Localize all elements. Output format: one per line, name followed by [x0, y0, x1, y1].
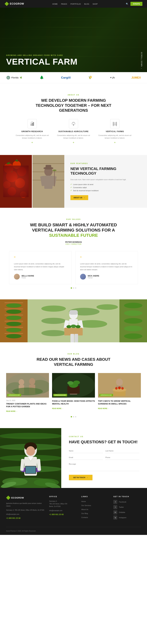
blog-read-more-1[interactable]: READ MORE → [6, 410, 17, 412]
donate-button[interactable]: DONATE [131, 2, 143, 6]
footer-logo-text: ECOGROW [11, 496, 24, 499]
footer-link-home[interactable]: Home [81, 500, 109, 503]
nav-links: HOME PAGES PORTFOLIO BLOG SHOP [52, 2, 98, 5]
phone-input[interactable] [105, 455, 139, 460]
blog-read-more-3[interactable]: READ MORE → [98, 408, 109, 410]
footer-links-col: LINKS Home Our Services About Us Our Blo… [81, 496, 109, 521]
vf-check-1: ✓ Lorem ipsum dolor sit amet [70, 183, 141, 185]
contact-section: CONTACT US HAVE QUESTIONS? GET IN TOUCH! [0, 428, 147, 488]
footer-link-blog[interactable]: Our Blog [81, 512, 109, 515]
footer: ECOGROW Ignissime Andrinus que blantilis… [0, 488, 147, 535]
blog-post-1: GREENHOUSE July 13, 2020 TRENDY CONTAINE… [6, 373, 49, 412]
email-input[interactable] [69, 455, 103, 460]
contact-row [69, 455, 139, 460]
blog-title: READ OUR NEWS AND CASES ABOUT VERTICAL F… [27, 357, 120, 367]
svg-rect-19 [33, 122, 34, 126]
svg-point-51 [52, 170, 56, 171]
footer-email: info@example.com [6, 513, 45, 516]
nav-home[interactable]: HOME [52, 3, 58, 5]
svg-rect-135 [25, 466, 36, 473]
footer-link-services[interactable]: Our Services [81, 504, 109, 507]
svg-rect-56 [4, 315, 23, 315]
feature-agriculture-plus[interactable]: + [55, 141, 92, 144]
footer-link-about[interactable]: About Us [81, 508, 109, 511]
brand-leaf: 🌾 [87, 76, 93, 80]
footer-office-title: OFFICE [49, 496, 77, 498]
blog-post-3: GREENHOUSE TOP 5 WAYS TO GROW VERTICAL G… [98, 373, 141, 412]
svg-point-88 [124, 326, 143, 331]
blog-post-2: GREENHOUSE FOOD & YOUR MOOD: HOW FOOD AF… [52, 373, 95, 412]
submit-label: GET IN TOUCH [73, 476, 85, 478]
blog-read-more-2[interactable]: READ MORE → [52, 408, 63, 410]
user-name-1: BELLA MARIE [22, 275, 34, 277]
user-role-1: Florist [22, 277, 34, 279]
footer-social-title: GET IN TOUCH [113, 496, 141, 498]
user-name-2: NICK ANDRE [88, 275, 99, 277]
blog-dots [6, 416, 141, 417]
instagram-icon: ig [113, 516, 117, 520]
footer-logo[interactable]: ECOGROW [6, 496, 45, 500]
social-facebook[interactable]: f Facebook [113, 500, 141, 504]
footer-phone: +1 800 601 25 68 [6, 517, 45, 519]
name-input[interactable] [69, 449, 103, 453]
svg-point-80 [76, 325, 81, 328]
arrow-right-icon: → [83, 197, 85, 198]
about-us-button[interactable]: ABOUT US → [70, 195, 88, 200]
message-input[interactable] [69, 462, 139, 471]
search-icon[interactable]: 🔍 [126, 3, 128, 5]
svg-text:🌲: 🌲 [39, 76, 44, 80]
vf-tech-section: OUR FEATURES NEW VERTICAL FARMING TECHNO… [0, 155, 147, 208]
scroll-arrow-icon: ↓ [141, 68, 143, 69]
navigation: ECOGROW HOME PAGES PORTFOLIO BLOG SHOP 🔍… [0, 0, 147, 8]
vfarms-icon-wrap [110, 119, 120, 128]
phone-field [105, 455, 139, 460]
blog-label: OUR BLOG [6, 353, 141, 355]
svg-point-105 [67, 381, 73, 385]
blog-image-3: GREENHOUSE [98, 373, 141, 398]
dot-2[interactable] [73, 288, 74, 289]
footer-hello-text: Ignissime Andrinus que blantilis prae se… [6, 502, 45, 507]
testimonial-dots [9, 288, 138, 289]
farm-banner [0, 299, 147, 342]
dot-1[interactable] [71, 288, 72, 289]
svg-rect-49 [46, 165, 51, 168]
svg-point-61 [6, 310, 21, 314]
blog-dot-1[interactable] [71, 416, 72, 417]
svg-point-36 [20, 191, 27, 198]
feature-vfarms: VERTICAL FARMS Consectetur adipiscing el… [97, 119, 133, 144]
svg-point-72 [41, 330, 66, 336]
social-instagram[interactable]: ig Instagram [113, 516, 141, 520]
blog-cat-3: GREENHOUSE [99, 394, 113, 396]
feature-growth: GROWTH RESEARCH Consectetur adipiscing e… [14, 119, 50, 144]
scroll-label: SCROLL DOWN [141, 52, 143, 67]
nav-portfolio[interactable]: PORTFOLIO [70, 3, 81, 5]
dot-3[interactable] [75, 288, 76, 289]
feature-growth-plus[interactable]: + [14, 141, 50, 144]
contact-form: GET IN TOUCH → [69, 449, 139, 480]
growth-icon [29, 120, 35, 127]
blog-dot-3[interactable] [75, 416, 76, 417]
logo[interactable]: ECOGROW [4, 2, 24, 6]
blog-post-title-1: TRENDY CONTAINER PLANTS AND IDEAS FOR A … [6, 402, 49, 408]
testimonials-grid: " Lorem ipsum dolor sit amet, consectetu… [9, 251, 138, 284]
vfarms-icon [112, 120, 118, 127]
values-title: WE BUILD SMART & HIGHLY AUTOMATED VERTIC… [27, 222, 120, 238]
brand-florida: FL Florida 🌿 [6, 76, 22, 80]
vf-desc: Duis aute irure. Nam enim ipsum voluptat… [70, 178, 141, 181]
feature-vfarms-plus[interactable]: + [97, 141, 133, 144]
submit-button[interactable]: GET IN TOUCH → [69, 475, 93, 480]
hero-title: VERTICAL FARM [6, 58, 77, 66]
growth-icon-wrap [27, 119, 37, 128]
vf-image-farmer [32, 155, 64, 208]
contact-label: CONTACT US [69, 436, 139, 438]
social-twitter[interactable]: t Twitter [113, 505, 141, 509]
lastname-field [105, 449, 139, 453]
nav-shop[interactable]: SHOP [93, 3, 98, 5]
instagram-label: Instagram [119, 517, 126, 518]
nav-pages[interactable]: PAGES [61, 3, 67, 5]
blog-dot-2[interactable] [73, 416, 74, 417]
lastname-input[interactable] [105, 449, 139, 453]
footer-link-contact[interactable]: Contacts [81, 516, 109, 519]
social-dribbble[interactable]: Dr Dribbble [113, 510, 141, 514]
nav-blog[interactable]: BLOG [84, 3, 89, 5]
